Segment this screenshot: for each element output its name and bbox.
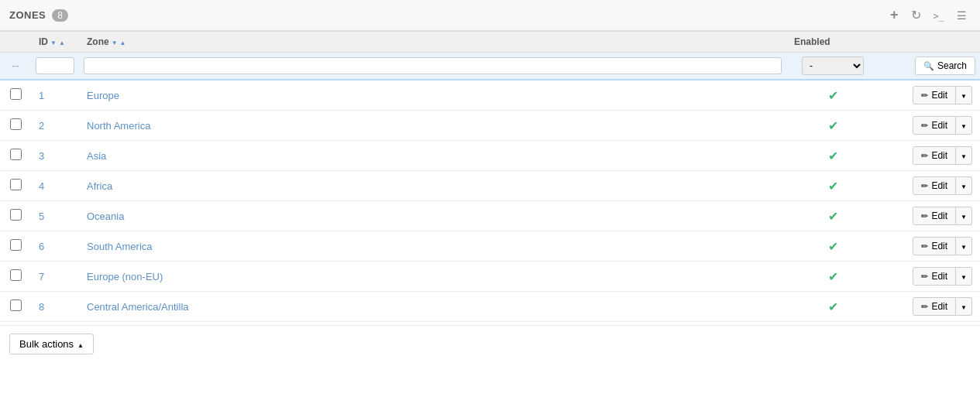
column-headers-row: ID Zone Enabled (0, 32, 980, 53)
pencil-icon (921, 150, 928, 161)
table-row: 7 Europe (non-EU) ✔ Edit (0, 262, 980, 292)
row-enabled: ✔ (786, 141, 879, 171)
terminal-button[interactable] (930, 6, 948, 25)
refresh-button[interactable] (907, 5, 925, 25)
row-checkbox[interactable] (10, 88, 22, 100)
row-enabled: ✔ (786, 111, 879, 141)
list-icon (957, 9, 967, 22)
enabled-checkmark: ✔ (828, 270, 838, 283)
edit-group: Edit (913, 176, 972, 195)
table-body: 1 Europe ✔ Edit 2 (0, 80, 980, 322)
row-checkbox-cell (0, 292, 31, 322)
row-checkbox[interactable] (10, 299, 22, 311)
search-button[interactable]: Search (915, 56, 975, 75)
record-count-badge: 8 (52, 9, 68, 22)
edit-button[interactable]: Edit (913, 237, 956, 255)
edit-dropdown-button[interactable] (956, 297, 972, 316)
filter-zone-input[interactable] (84, 57, 782, 74)
zone-sort-desc-icon (112, 36, 118, 47)
row-checkbox[interactable] (10, 179, 22, 190)
edit-button[interactable]: Edit (913, 86, 956, 104)
row-zone: Europe (79, 80, 786, 111)
row-checkbox-cell (0, 262, 31, 292)
edit-button[interactable]: Edit (913, 207, 956, 225)
row-checkbox-cell (0, 201, 31, 231)
row-id: 7 (31, 262, 79, 292)
row-actions: Edit (879, 201, 980, 231)
col-header-zone[interactable]: Zone (79, 32, 786, 53)
edit-button[interactable]: Edit (913, 297, 956, 316)
row-zone: Oceania (79, 201, 786, 231)
edit-label: Edit (931, 210, 947, 221)
row-zone: Asia (79, 141, 786, 171)
row-checkbox[interactable] (10, 118, 22, 130)
select-all-cell[interactable]: -- (0, 53, 31, 80)
edit-label: Edit (931, 241, 947, 252)
edit-dropdown-button[interactable] (956, 86, 972, 104)
row-enabled: ✔ (786, 262, 879, 292)
edit-group: Edit (913, 116, 972, 135)
edit-button[interactable]: Edit (913, 116, 956, 135)
edit-dropdown-button[interactable] (956, 237, 972, 255)
edit-group: Edit (913, 207, 972, 225)
edit-dropdown-button[interactable] (956, 207, 972, 225)
edit-dropdown-button[interactable] (956, 267, 972, 286)
filter-id-input[interactable] (36, 57, 74, 74)
enabled-checkmark: ✔ (828, 180, 838, 193)
edit-button[interactable]: Edit (913, 176, 956, 195)
row-id: 6 (31, 231, 79, 262)
add-icon (890, 9, 899, 22)
search-icon (923, 60, 934, 71)
table-row: 5 Oceania ✔ Edit (0, 201, 980, 231)
row-zone: Europe (non-EU) (79, 262, 786, 292)
col-header-id[interactable]: ID (31, 32, 79, 53)
edit-group: Edit (913, 86, 972, 104)
pencil-icon (921, 241, 928, 252)
id-sort-desc-icon (50, 36, 57, 47)
bulk-actions-button[interactable]: Bulk actions (9, 334, 94, 354)
row-zone: Africa (79, 171, 786, 201)
row-actions: Edit (879, 141, 980, 171)
row-actions: Edit (879, 80, 980, 111)
table-row: 8 Central America/Antilla ✔ Edit (0, 292, 980, 322)
id-sort-asc-icon (59, 36, 65, 47)
row-actions: Edit (879, 231, 980, 262)
list-button[interactable] (953, 6, 971, 25)
row-checkbox[interactable] (10, 209, 22, 221)
row-actions: Edit (879, 171, 980, 201)
row-enabled: ✔ (786, 292, 879, 322)
edit-group: Edit (913, 146, 972, 165)
row-id: 5 (31, 201, 79, 231)
col-header-actions (879, 32, 980, 53)
row-checkbox[interactable] (10, 269, 22, 281)
edit-label: Edit (931, 301, 947, 312)
edit-dropdown-caret-icon (961, 271, 967, 282)
row-zone: North America (79, 111, 786, 141)
edit-dropdown-button[interactable] (956, 176, 972, 195)
filter-enabled-select[interactable]: - Yes No (802, 56, 864, 75)
row-zone: South America (79, 231, 786, 262)
header-left: ZONES 8 (9, 9, 68, 22)
edit-group: Edit (913, 267, 972, 286)
add-button[interactable] (886, 5, 903, 26)
row-enabled: ✔ (786, 201, 879, 231)
row-checkbox[interactable] (10, 149, 22, 160)
edit-dropdown-button[interactable] (956, 146, 972, 165)
edit-dropdown-caret-icon (961, 90, 967, 101)
bulk-actions-caret-icon (77, 338, 84, 350)
edit-button[interactable]: Edit (913, 267, 956, 286)
enabled-checkmark: ✔ (828, 119, 838, 132)
pencil-icon (921, 120, 928, 131)
table-row: 6 South America ✔ Edit (0, 231, 980, 262)
search-label: Search (937, 60, 967, 71)
table-row: 3 Asia ✔ Edit (0, 141, 980, 171)
row-checkbox[interactable] (10, 239, 22, 251)
pencil-icon (921, 271, 928, 282)
footer-bar: Bulk actions (0, 325, 980, 362)
edit-dropdown-button[interactable] (956, 116, 972, 135)
row-id: 2 (31, 111, 79, 141)
col-header-check (0, 32, 31, 53)
edit-button[interactable]: Edit (913, 146, 956, 165)
row-zone: Central America/Antilla (79, 292, 786, 322)
filter-row: -- - Yes No Search (0, 53, 980, 80)
